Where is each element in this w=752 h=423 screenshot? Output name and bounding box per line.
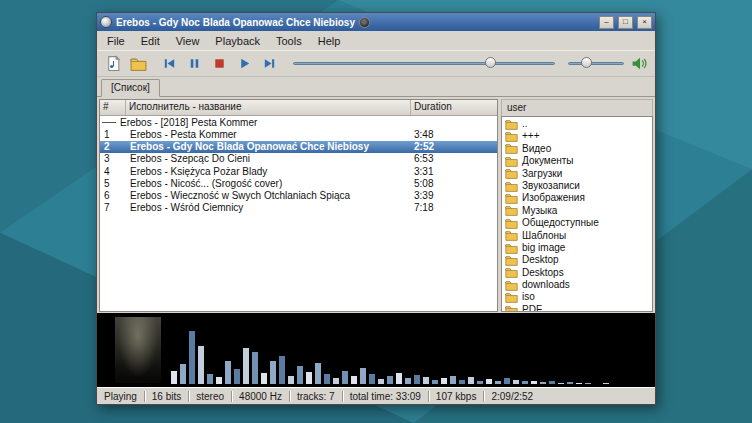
menu-view[interactable]: View (168, 33, 208, 49)
menu-edit[interactable]: Edit (133, 33, 168, 49)
spectrum-bar (378, 379, 384, 384)
spectrum-bar (495, 381, 501, 384)
status-bit-depth: 16 bits (144, 391, 188, 402)
previous-button[interactable] (158, 53, 180, 75)
folder-name: Desktops (522, 267, 564, 279)
group-header: Erebos - [2018] Pesta Kommer (100, 116, 497, 129)
file-browser-item[interactable]: big image (502, 242, 652, 254)
file-browser-item[interactable]: Документы (502, 155, 652, 167)
maximize-button[interactable]: □ (618, 16, 633, 29)
file-browser-item[interactable]: PDF (502, 304, 652, 312)
column-number[interactable]: # (100, 100, 126, 115)
folder-name: Desktop (522, 254, 559, 266)
pause-button[interactable] (183, 53, 205, 75)
spectrum-bar (324, 374, 330, 384)
open-file-button[interactable] (102, 53, 124, 75)
spectrum-bar (234, 369, 240, 384)
track-row[interactable]: 7Erebos - Wśród Ciemnicy7:18 (100, 202, 497, 214)
menu-playback[interactable]: Playback (207, 33, 268, 49)
folder-name: Документы (522, 155, 574, 167)
file-browser-item[interactable]: Музыка (502, 205, 652, 217)
stop-button[interactable] (208, 53, 230, 75)
spectrum-bar (297, 366, 303, 384)
folder-icon (505, 305, 518, 312)
track-duration: 3:31 (411, 166, 497, 178)
file-browser-item[interactable]: .. (502, 118, 652, 130)
file-browser-item[interactable]: +++ (502, 130, 652, 142)
play-button[interactable] (233, 53, 255, 75)
folder-icon (505, 280, 518, 291)
folder-name: Звукозаписи (522, 180, 580, 192)
folder-name: Общедоступные (522, 217, 599, 229)
app-icon (100, 16, 112, 28)
track-title: Erebos - Wśród Ciemnicy (126, 202, 411, 214)
column-duration[interactable]: Duration (411, 100, 497, 115)
desktop: { "window": { "title": "Erebos - Gdy Noc… (0, 0, 752, 423)
folder-icon (505, 230, 518, 241)
menu-tools[interactable]: Tools (268, 33, 310, 49)
folder-name: Музыка (522, 205, 557, 217)
spectrum-bar (360, 368, 366, 384)
spectrum-bar (603, 383, 609, 384)
folder-name: Шаблоны (522, 230, 566, 242)
close-button[interactable]: × (637, 16, 652, 29)
file-browser-item[interactable]: Звукозаписи (502, 180, 652, 192)
visualization-strip (97, 313, 655, 387)
track-row[interactable]: 6Erebos - Wieczność w Swych Otchlaniach … (100, 190, 497, 202)
file-browser-path[interactable]: user (501, 99, 653, 116)
file-browser-item[interactable]: downloads (502, 279, 652, 291)
seek-handle[interactable] (485, 57, 496, 68)
spectrum-bar (279, 356, 285, 384)
track-row[interactable]: 3Erebos - Szepcąc Do Cieni6:53 (100, 153, 497, 165)
playlist-tab[interactable]: [Список] (101, 79, 160, 97)
menu-help[interactable]: Help (310, 33, 349, 49)
track-row[interactable]: 1Erebos - Pesta Kommer3:48 (100, 129, 497, 141)
spectrum-bar (540, 382, 546, 384)
titlebar[interactable]: Erebos - Gdy Noc Blada Opanować Chce Nie… (97, 13, 655, 31)
file-browser-item[interactable]: Desktop (502, 254, 652, 266)
track-row[interactable]: 5Erebos - Nicość... (Srogość cover)5:08 (100, 178, 497, 190)
spectrum-bar (459, 380, 465, 384)
spectrum-bar (306, 372, 312, 384)
track-number: 5 (100, 178, 126, 190)
file-browser-item[interactable]: Шаблоны (502, 230, 652, 242)
file-browser-item[interactable]: Общедоступные (502, 217, 652, 229)
group-line (102, 122, 116, 123)
spectrum-bar (585, 383, 591, 384)
folder-icon (505, 156, 518, 167)
spectrum-bar (315, 363, 321, 384)
folder-name: Изображения (522, 192, 585, 204)
menu-file[interactable]: File (99, 33, 133, 49)
spectrum-bar (396, 373, 402, 384)
track-row[interactable]: 2Erebos - Gdy Noc Blada Opanować Chce Ni… (100, 141, 497, 153)
file-browser-item[interactable]: Desktops (502, 267, 652, 279)
spectrum-analyzer (161, 313, 655, 387)
window-title: Erebos - Gdy Noc Blada Opanować Chce Nie… (116, 17, 355, 28)
track-row[interactable]: 4Erebos - Księżyca Pożar Blady3:31 (100, 166, 497, 178)
file-browser-item[interactable]: Видео (502, 143, 652, 155)
status-bitrate: 107 kbps (428, 391, 484, 402)
folder-icon (505, 143, 518, 154)
track-number: 1 (100, 129, 126, 141)
file-browser-item[interactable]: Изображения (502, 192, 652, 204)
spectrum-bar (171, 371, 177, 384)
seek-slider[interactable] (293, 55, 555, 73)
file-browser-item[interactable]: iso (502, 291, 652, 303)
track-duration: 7:18 (411, 202, 497, 214)
next-button[interactable] (258, 53, 280, 75)
folder-icon (505, 119, 518, 130)
volume-slider[interactable] (568, 55, 624, 73)
file-browser-list: ..+++ВидеоДокументыЗагрузкиЗвукозаписиИз… (501, 116, 653, 312)
track-number: 2 (100, 141, 126, 153)
spectrum-bar (252, 352, 258, 384)
column-artist-title[interactable]: Исполнитель - название (126, 100, 411, 115)
folder-icon (505, 131, 518, 142)
tab-bar: [Список] (97, 77, 655, 97)
add-folder-button[interactable] (127, 53, 149, 75)
spectrum-bar (216, 377, 222, 384)
spectrum-bar (180, 364, 186, 384)
track-duration: 3:39 (411, 190, 497, 202)
file-browser-item[interactable]: Загрузки (502, 168, 652, 180)
minimize-button[interactable]: – (599, 16, 614, 29)
volume-handle[interactable] (581, 57, 592, 68)
